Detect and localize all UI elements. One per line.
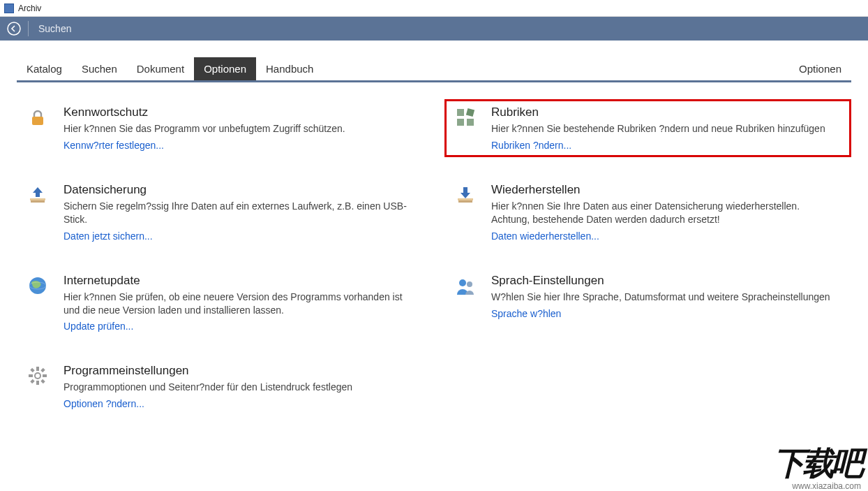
card-title: Sprach-Einstellungen bbox=[491, 274, 844, 288]
svg-rect-18 bbox=[43, 374, 47, 377]
options-grid: Kennwortschutz Hier k?nnen Sie das Progr… bbox=[0, 82, 868, 416]
card-title: Rubriken bbox=[491, 105, 844, 119]
card-password: Kennwortschutz Hier k?nnen Sie das Progr… bbox=[17, 99, 424, 157]
card-settings: Programmeinstellungen Programmoptionen u… bbox=[17, 358, 424, 416]
toolbar: Suchen bbox=[0, 17, 868, 41]
svg-rect-21 bbox=[30, 379, 34, 383]
tab-katalog[interactable]: Katalog bbox=[17, 57, 72, 80]
svg-point-12 bbox=[459, 279, 466, 286]
lock-icon bbox=[24, 107, 51, 133]
svg-rect-20 bbox=[40, 368, 45, 372]
app-icon bbox=[4, 3, 14, 13]
card-title: Wiederherstellen bbox=[491, 183, 844, 197]
svg-rect-22 bbox=[40, 379, 45, 383]
card-desc: Hier k?nnen Sie bestehende Rubriken ?nde… bbox=[491, 122, 840, 135]
svg-rect-17 bbox=[29, 374, 33, 377]
back-button[interactable] bbox=[0, 17, 28, 41]
card-title: Internetupdate bbox=[63, 274, 416, 288]
svg-rect-7 bbox=[30, 198, 45, 200]
grid-icon bbox=[452, 107, 479, 133]
svg-rect-9 bbox=[458, 198, 473, 200]
link-check-update[interactable]: Update prüfen... bbox=[63, 321, 416, 332]
svg-point-13 bbox=[467, 281, 472, 287]
person-icon bbox=[452, 275, 479, 302]
svg-rect-16 bbox=[36, 381, 39, 385]
link-set-password[interactable]: Kennw?rter festlegen... bbox=[63, 140, 416, 151]
card-title: Programmeinstellungen bbox=[63, 364, 416, 378]
card-desc: Hier k?nnen Sie das Programm vor unbefug… bbox=[63, 122, 412, 135]
link-choose-language[interactable]: Sprache w?hlen bbox=[491, 308, 844, 319]
svg-rect-3 bbox=[466, 108, 474, 117]
svg-rect-15 bbox=[36, 367, 39, 371]
card-language: Sprach-Einstellungen W?hlen Sie hier Ihr… bbox=[444, 268, 851, 339]
card-restore: Wiederherstellen Hier k?nnen Sie Ihre Da… bbox=[444, 177, 851, 248]
gear-icon bbox=[24, 365, 51, 392]
svg-rect-2 bbox=[457, 109, 464, 116]
tab-strip: Katalog Suchen Dokument Optionen Handbuc… bbox=[17, 57, 851, 82]
svg-rect-1 bbox=[32, 117, 43, 125]
globe-icon bbox=[24, 275, 51, 302]
card-rubrics: Rubriken Hier k?nnen Sie bestehende Rubr… bbox=[444, 99, 851, 157]
svg-rect-19 bbox=[30, 368, 34, 372]
link-edit-options[interactable]: Optionen ?ndern... bbox=[63, 398, 416, 409]
tab-handbuch[interactable]: Handbuch bbox=[256, 57, 323, 80]
card-desc: Hier k?nnen Sie Ihre Daten aus einer Dat… bbox=[491, 200, 840, 226]
svg-rect-5 bbox=[467, 119, 474, 126]
card-title: Kennwortschutz bbox=[63, 105, 416, 119]
toolbar-search[interactable]: Suchen bbox=[29, 23, 81, 34]
link-edit-rubrics[interactable]: Rubriken ?ndern... bbox=[491, 140, 844, 151]
upload-icon bbox=[24, 184, 51, 211]
svg-point-0 bbox=[8, 22, 20, 35]
window-title: Archiv bbox=[18, 3, 41, 13]
card-desc: Hier k?nnen Sie prüfen, ob eine neuere V… bbox=[63, 291, 412, 317]
tab-optionen[interactable]: Optionen bbox=[194, 57, 256, 80]
link-backup-now[interactable]: Daten jetzt sichern... bbox=[63, 230, 416, 242]
watermark: 下载吧 www.xiazaiba.com bbox=[773, 442, 861, 491]
download-icon bbox=[452, 184, 479, 211]
watermark-text: 下载吧 bbox=[773, 442, 861, 485]
card-desc: W?hlen Sie hier Ihre Sprache, Datumsform… bbox=[491, 291, 840, 304]
back-arrow-icon bbox=[7, 22, 21, 36]
card-update: Internetupdate Hier k?nnen Sie prüfen, o… bbox=[17, 268, 424, 339]
card-desc: Sichern Sie regelm?ssig Ihre Daten auf e… bbox=[63, 200, 412, 226]
tab-dokument[interactable]: Dokument bbox=[127, 57, 194, 80]
titlebar: Archiv bbox=[0, 0, 868, 17]
link-restore-data[interactable]: Daten wiederherstellen... bbox=[491, 230, 844, 242]
tab-suchen[interactable]: Suchen bbox=[72, 57, 127, 80]
card-title: Datensicherung bbox=[63, 183, 416, 197]
svg-point-23 bbox=[36, 374, 40, 378]
card-desc: Programmoptionen und Seitenr?nder für de… bbox=[63, 381, 412, 394]
card-backup: Datensicherung Sichern Sie regelm?ssig I… bbox=[17, 177, 424, 248]
tab-optionen-right[interactable]: Optionen bbox=[789, 57, 851, 80]
svg-rect-4 bbox=[457, 119, 464, 126]
